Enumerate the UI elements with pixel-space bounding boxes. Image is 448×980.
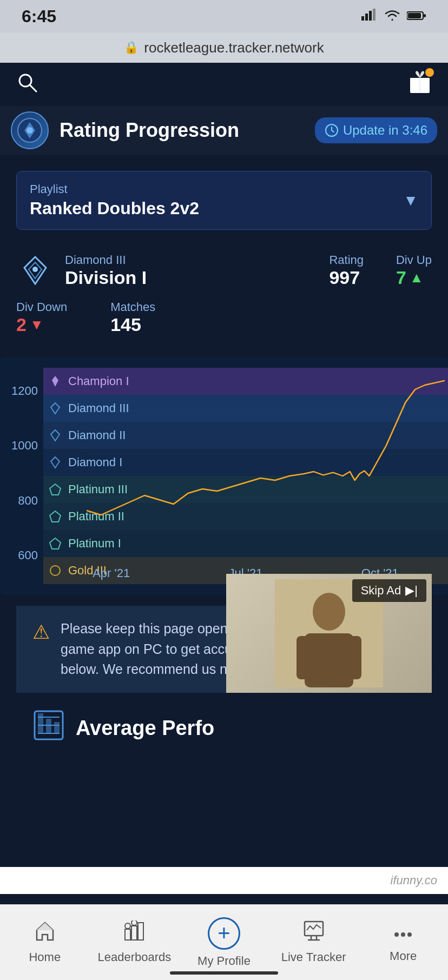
nav-more[interactable]: More xyxy=(358,922,448,963)
divdown-value-wrap: 2 ▼ xyxy=(16,314,67,335)
main-content: Playlist Ranked Doubles 2v2 ▼ Diamond II… xyxy=(0,155,448,867)
avg-performance-title: Average Perfo xyxy=(76,717,214,740)
skip-icon: ▶| xyxy=(405,584,418,598)
chevron-down-icon: ▼ xyxy=(403,192,418,209)
arrow-down-icon: ▼ xyxy=(30,316,44,333)
y-label-1000: 1000 xyxy=(5,439,38,453)
division-value: Division I xyxy=(65,267,297,288)
gift-button[interactable] xyxy=(408,70,432,99)
browser-bar: 🔒 rocketleague.tracker.network xyxy=(0,32,448,63)
matches-value: 145 xyxy=(110,314,155,335)
bottom-spacer xyxy=(16,759,432,867)
page-title: Rating Progression xyxy=(60,119,304,142)
leaderboards-icon xyxy=(124,921,144,946)
chart-line xyxy=(87,368,448,541)
nav-home[interactable]: Home xyxy=(0,921,90,964)
svg-point-48 xyxy=(125,923,130,929)
performance-icon xyxy=(32,709,65,748)
live-tracker-label: Live Tracker xyxy=(281,950,346,964)
svg-rect-34 xyxy=(297,636,310,679)
status-time: 6:45 xyxy=(22,6,56,27)
divup-stat: Div Up 7 ▲ xyxy=(396,253,432,288)
playlist-value: Ranked Doubles 2v2 xyxy=(30,198,418,218)
svg-marker-44 xyxy=(37,923,53,930)
svg-rect-41 xyxy=(46,719,51,734)
svg-rect-40 xyxy=(38,713,43,734)
status-icons xyxy=(361,9,426,24)
svg-point-55 xyxy=(401,932,405,937)
svg-rect-47 xyxy=(138,923,143,940)
warning-icon: ⚠ xyxy=(32,621,50,644)
svg-rect-35 xyxy=(348,636,361,679)
search-icon[interactable] xyxy=(16,71,38,98)
leaderboards-label: Leaderboards xyxy=(98,950,172,964)
y-label-1200: 1200 xyxy=(5,384,38,398)
brand-logo xyxy=(11,111,49,149)
svg-marker-20 xyxy=(51,403,60,414)
y-label-600: 600 xyxy=(5,548,38,562)
svg-marker-24 xyxy=(50,511,61,522)
svg-point-14 xyxy=(27,127,33,134)
rating-value: 997 xyxy=(329,267,364,288)
rating-header: Rating Progression Update in 3:46 xyxy=(0,106,448,155)
warning-ad-container: ⚠ Please keep this page open while playi… xyxy=(16,606,432,693)
update-text: Update in 3:46 xyxy=(343,123,427,138)
svg-rect-0 xyxy=(361,16,364,21)
svg-point-56 xyxy=(407,932,412,937)
lock-icon: 🔒 xyxy=(124,41,139,55)
playlist-dropdown[interactable]: Playlist Ranked Doubles 2v2 ▼ xyxy=(16,171,432,230)
live-tracker-icon xyxy=(304,921,324,946)
skip-ad-label: Skip Ad xyxy=(361,584,401,598)
svg-marker-19 xyxy=(52,376,58,387)
rank-stat-item: Diamond III Division I Rating 997 Div Up… xyxy=(16,251,432,289)
ifunny-watermark: ifunny.co xyxy=(0,867,448,894)
svg-rect-45 xyxy=(125,929,130,940)
more-icon xyxy=(393,922,413,945)
svg-rect-6 xyxy=(424,14,426,17)
rating-stat: Rating 997 xyxy=(329,253,364,288)
arrow-up-icon: ▲ xyxy=(410,269,424,286)
svg-rect-5 xyxy=(408,13,421,18)
x-label-apr: Apr '21 xyxy=(93,566,130,580)
svg-marker-21 xyxy=(51,430,60,441)
bottom-nav: Home Leaderboards + My Profile xyxy=(0,904,448,980)
rank-icon xyxy=(16,251,54,289)
divdown-stat: Div Down 2 ▼ xyxy=(16,300,67,335)
divdown-value: 2 xyxy=(16,314,27,335)
matches-label: Matches xyxy=(110,300,155,314)
skip-ad-button[interactable]: Skip Ad ▶| xyxy=(352,579,426,602)
home-icon xyxy=(35,921,55,946)
svg-rect-3 xyxy=(373,9,375,21)
signal-icon xyxy=(361,9,378,24)
chart-area: Champion I Diamond III Diamond II Diamon… xyxy=(43,368,448,562)
divup-value-wrap: 7 ▲ xyxy=(396,267,432,288)
nav-live-tracker[interactable]: Live Tracker xyxy=(269,921,359,964)
rating-label: Rating xyxy=(329,253,364,267)
stats-row2: Div Down 2 ▼ Matches 145 xyxy=(16,300,432,335)
avg-performance-section: Average Perfo xyxy=(16,693,432,759)
wifi-icon xyxy=(384,9,400,24)
more-label: More xyxy=(390,949,417,963)
svg-marker-22 xyxy=(51,457,60,468)
divup-value: 7 xyxy=(396,267,406,288)
ifunny-text: ifunny.co xyxy=(391,873,437,888)
svg-rect-1 xyxy=(365,14,368,21)
chart-y-labels: 1200 1000 800 600 xyxy=(0,368,43,584)
url-text[interactable]: rocketleague.tracker.network xyxy=(144,39,324,56)
ad-overlay: Skip Ad ▶| xyxy=(226,574,432,693)
playlist-label: Playlist xyxy=(30,182,418,196)
rank-label: Diamond III xyxy=(65,253,297,267)
svg-point-49 xyxy=(131,921,137,925)
svg-rect-46 xyxy=(131,926,137,940)
add-profile-icon: + xyxy=(208,917,240,950)
nav-my-profile[interactable]: + My Profile xyxy=(179,917,269,968)
home-indicator xyxy=(170,971,278,975)
svg-rect-2 xyxy=(369,11,372,21)
battery-icon xyxy=(407,9,426,24)
update-timer: Update in 3:46 xyxy=(315,117,437,143)
divdown-label: Div Down xyxy=(16,300,67,314)
status-bar: 6:45 xyxy=(0,0,448,32)
nav-leaderboards[interactable]: Leaderboards xyxy=(90,921,180,964)
rating-chart: 1200 1000 800 600 Champion I Diamond III… xyxy=(0,357,448,595)
svg-rect-42 xyxy=(54,722,60,734)
